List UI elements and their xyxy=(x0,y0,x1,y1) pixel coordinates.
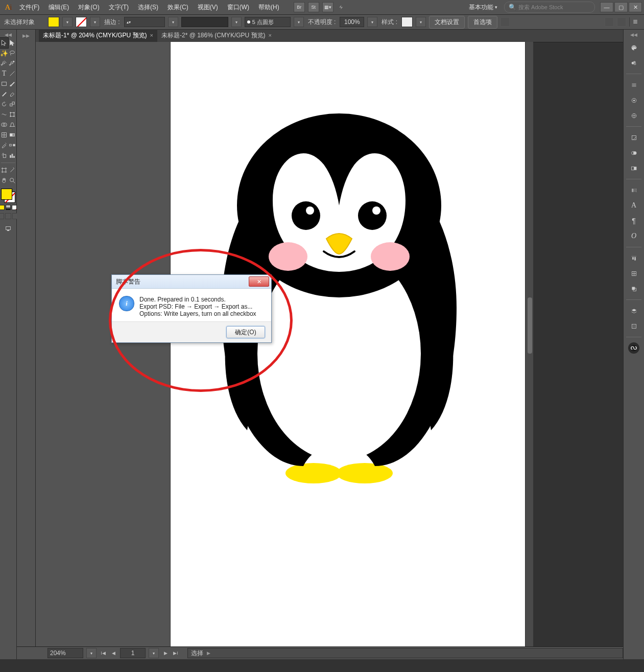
menu-type[interactable]: 文字(T) xyxy=(105,1,133,14)
menu-effect[interactable]: 效果(C) xyxy=(163,1,193,14)
opacity-dd[interactable]: ▾ xyxy=(367,17,377,27)
mesh-tool[interactable] xyxy=(0,130,8,140)
transform-panel-icon[interactable] xyxy=(605,17,614,27)
graphic-styles-icon[interactable]: A xyxy=(628,200,639,211)
brush-definition[interactable]: 5 点圆形 xyxy=(245,17,291,27)
fill-color-box[interactable] xyxy=(1,189,12,200)
opentype-panel-icon[interactable]: O xyxy=(628,230,639,242)
pasteboard-left[interactable] xyxy=(36,42,170,646)
close-icon[interactable]: × xyxy=(150,32,153,38)
magic-wand-tool[interactable]: ✨ xyxy=(0,48,8,58)
zoom-field[interactable]: 204% xyxy=(47,648,83,658)
tab-doc-1[interactable]: 未标题-1* @ 204% (CMYK/GPU 预览)× xyxy=(39,29,157,42)
screen-mode-button[interactable] xyxy=(4,223,12,234)
hand-tool[interactable] xyxy=(0,175,8,186)
libraries-panel-icon[interactable] xyxy=(628,342,639,354)
artboards-panel-icon[interactable] xyxy=(628,320,639,332)
type-tool[interactable]: T xyxy=(0,68,8,79)
shape-builder-tool[interactable] xyxy=(0,120,8,130)
perspective-grid-tool[interactable] xyxy=(8,120,16,130)
lasso-tool[interactable] xyxy=(8,48,16,58)
artboard[interactable] xyxy=(170,42,525,646)
free-transform-tool[interactable] xyxy=(8,109,16,120)
opacity-field[interactable]: 100% xyxy=(340,17,364,27)
zoom-dd[interactable]: ▾ xyxy=(86,648,97,658)
draw-normal[interactable] xyxy=(0,213,4,219)
eraser-tool[interactable] xyxy=(8,89,16,99)
none-mode[interactable] xyxy=(12,205,17,210)
line-segment-tool[interactable] xyxy=(8,68,16,79)
expand-left-panels[interactable]: ▶▶ xyxy=(17,30,36,42)
fill-stroke-indicator[interactable] xyxy=(1,189,15,203)
ctrl-menu-icon[interactable]: ≣ xyxy=(633,18,641,26)
align-panel-icon[interactable] xyxy=(628,252,639,264)
paintbrush-tool[interactable] xyxy=(8,79,16,89)
next-artboard[interactable]: ▶ xyxy=(162,649,169,657)
vw-dd[interactable]: ▾ xyxy=(231,17,242,27)
maximize-button[interactable]: ▢ xyxy=(614,2,628,12)
ok-button[interactable]: 确定(O) xyxy=(226,326,265,338)
stroke-panel-icon[interactable] xyxy=(628,132,639,143)
variable-width-profile[interactable] xyxy=(181,17,228,27)
collapse-right[interactable]: ◀◀ xyxy=(624,32,644,38)
transparency-panel-icon[interactable] xyxy=(628,163,639,174)
fill-swatch[interactable] xyxy=(48,17,59,27)
gradient-mode[interactable] xyxy=(6,205,11,210)
style-dd[interactable]: ▾ xyxy=(416,17,426,27)
artboard-tool[interactable] xyxy=(0,165,8,175)
gradient-panel-icon[interactable] xyxy=(628,147,639,158)
curvature-tool[interactable] xyxy=(8,58,16,68)
menu-view[interactable]: 视图(V) xyxy=(194,1,222,14)
close-icon[interactable]: × xyxy=(269,32,272,38)
scrollbar-thumb[interactable] xyxy=(528,297,532,354)
artboard-number[interactable]: 1 xyxy=(120,648,146,658)
prev-artboard[interactable]: ◀ xyxy=(110,649,117,657)
stroke-swatch[interactable] xyxy=(76,17,87,27)
scale-tool[interactable] xyxy=(8,99,16,109)
blend-tool[interactable] xyxy=(8,140,16,150)
width-tool[interactable] xyxy=(0,109,8,120)
bridge-button[interactable]: Br xyxy=(294,2,305,12)
preferences-button[interactable]: 首选项 xyxy=(468,16,497,29)
symbols-panel-icon[interactable] xyxy=(628,110,639,121)
symbol-sprayer-tool[interactable] xyxy=(0,150,8,160)
dialog-close-button[interactable]: ✕ xyxy=(249,276,269,287)
arrange-documents-button[interactable]: ▦▾ xyxy=(322,2,333,12)
transform-panel-icon[interactable] xyxy=(628,268,639,279)
artboard-dd[interactable]: ▾ xyxy=(149,648,159,658)
gpu-performance-button[interactable] xyxy=(337,3,347,12)
status-info[interactable]: 选择 ▶ xyxy=(187,648,623,658)
shaper-tool[interactable] xyxy=(0,89,8,99)
column-graph-tool[interactable] xyxy=(8,150,16,160)
stroke-dropdown[interactable]: ▾ xyxy=(90,17,100,27)
fill-dropdown[interactable]: ▾ xyxy=(62,17,73,27)
menu-window[interactable]: 窗口(W) xyxy=(223,1,253,14)
selection-tool[interactable] xyxy=(0,38,8,48)
gradient-tool[interactable] xyxy=(8,130,16,140)
color-mode[interactable] xyxy=(0,205,5,210)
menu-object[interactable]: 对象(O) xyxy=(74,1,103,14)
brushes-panel-icon[interactable] xyxy=(628,95,639,106)
left-panel-dock[interactable] xyxy=(17,42,36,646)
zoom-tool[interactable] xyxy=(8,175,16,186)
draw-behind[interactable] xyxy=(5,213,11,219)
vertical-scrollbar[interactable] xyxy=(525,42,533,646)
stroke-weight-dd[interactable]: ▾ xyxy=(168,17,178,27)
close-button[interactable]: ✕ xyxy=(629,2,642,12)
menu-edit[interactable]: 编辑(E) xyxy=(44,1,73,14)
transform-each-icon[interactable] xyxy=(617,17,626,27)
swatches-panel-icon[interactable] xyxy=(628,79,639,90)
pen-tool[interactable] xyxy=(0,58,8,68)
rectangle-tool[interactable] xyxy=(0,79,8,89)
eyedropper-tool[interactable] xyxy=(0,140,8,150)
brush-dd[interactable]: ▾ xyxy=(294,17,304,27)
dialog-titlebar[interactable]: 脚本警告 ✕ xyxy=(112,275,271,289)
document-setup-button[interactable]: 文档设置 xyxy=(429,16,465,29)
collapse-tools[interactable]: ◀◀ xyxy=(0,32,16,38)
color-guide-icon[interactable] xyxy=(628,57,639,68)
paragraph-panel-icon[interactable]: ¶ xyxy=(628,215,639,226)
align-icon[interactable] xyxy=(500,17,510,27)
menu-file[interactable]: 文件(F) xyxy=(15,1,43,14)
workspace-switcher[interactable]: 基本功能 ▾ xyxy=(463,1,503,14)
stock-button[interactable]: St xyxy=(308,2,319,12)
